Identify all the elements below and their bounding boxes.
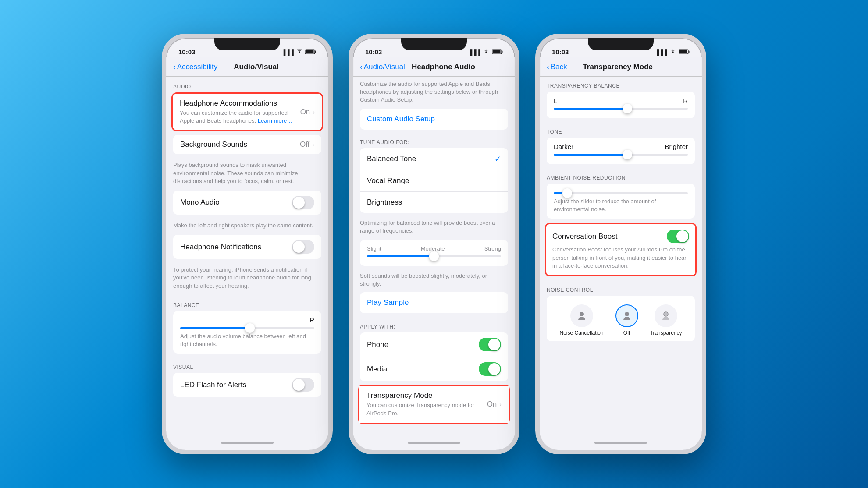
svg-rect-4 — [502, 51, 503, 53]
background-sounds-content: Background Sounds — [180, 140, 300, 149]
play-sample-text[interactable]: Play Sample — [367, 298, 409, 307]
transparency-mode-content: Transparency Mode You can customize Tran… — [366, 391, 487, 417]
strength-slider-track[interactable] — [367, 255, 501, 257]
iphone-1: 10:03 ▐▐▐ ‹ Accessibility Audio/Visual A… — [162, 34, 333, 454]
status-time-3: 10:03 — [552, 48, 569, 56]
balance-left-3: L — [554, 97, 557, 104]
led-flash-knob — [293, 379, 305, 391]
ambient-desc: Adjust the slider to reduce the amount o… — [554, 198, 688, 213]
headphone-accommodations-group: Headphone Accommodations You can customi… — [171, 92, 323, 131]
mono-audio-item: Mono Audio — [173, 191, 321, 215]
apply-media-item: Media — [360, 357, 508, 381]
apply-media-toggle[interactable] — [479, 362, 501, 376]
conversation-boost-toggle[interactable] — [667, 230, 689, 243]
headphone-accommodations-content: Headphone Accommodations You can customi… — [180, 99, 300, 125]
custom-audio-btn[interactable]: Custom Audio Setup — [360, 109, 508, 130]
status-icons-1: ▐▐▐ — [281, 49, 316, 56]
notch-3 — [588, 38, 654, 50]
transparency-balance-thumb[interactable] — [623, 104, 632, 113]
led-flash-toggle[interactable] — [292, 378, 314, 392]
transparency-mode-group: Transparency Mode You can customize Tran… — [358, 385, 510, 424]
strength-slider-thumb[interactable] — [429, 251, 439, 261]
noise-off-label: Off — [623, 330, 630, 336]
status-icons-3: ▐▐▐ — [655, 49, 690, 56]
mono-audio-toggle[interactable] — [292, 196, 314, 209]
ambient-slider-track[interactable] — [554, 192, 688, 194]
background-sounds-item[interactable]: Background Sounds Off › — [173, 135, 321, 154]
strength-strong: Strong — [484, 245, 501, 252]
custom-audio-text[interactable]: Custom Audio Setup — [367, 115, 435, 123]
balance-section-label: BALANCE — [166, 295, 328, 311]
signal-icon-2: ▐▐▐ — [468, 49, 480, 56]
iphone-2: 10:03 ▐▐▐ ‹ Audio/Visual Headphone Audio… — [349, 34, 519, 454]
tune-vocal-range[interactable]: Vocal Range — [360, 170, 508, 192]
settings-list-1: AUDIO Headphone Accommodations You can c… — [166, 77, 328, 397]
learn-more-link[interactable]: Learn more… — [258, 117, 292, 124]
home-indicator-2 — [353, 435, 515, 450]
svg-rect-5 — [493, 50, 501, 53]
balance-right-3: R — [683, 97, 688, 104]
wifi-icon-3 — [669, 49, 676, 56]
noise-cancellation-label: Noise Cancellation — [560, 330, 604, 336]
balance-slider-track[interactable] — [180, 327, 314, 329]
transparency-mode-value: On — [487, 400, 497, 409]
headphone-notifications-desc: To protect your hearing, iPhone sends a … — [166, 262, 328, 295]
headphone-notifications-toggle[interactable] — [292, 240, 314, 254]
tone-section: Darker Brighter — [547, 138, 695, 164]
tone-slider-track[interactable] — [554, 154, 688, 156]
tune-vocal-range-label: Vocal Range — [367, 177, 501, 185]
signal-icon-3: ▐▐▐ — [655, 49, 667, 56]
noise-cancellation-item[interactable]: Noise Cancellation — [560, 304, 604, 336]
balanced-tone-check: ✓ — [494, 154, 501, 164]
tune-audio-label: TUNE AUDIO FOR: — [353, 132, 515, 148]
soft-sounds-text: Soft sounds will be boosted slightly, mo… — [353, 269, 515, 292]
tone-header: TONE — [540, 123, 702, 138]
headphone-accommodations-item[interactable]: Headphone Accommodations You can customi… — [173, 94, 322, 130]
scroll-top-text: Customize the audio for supported Apple … — [353, 77, 515, 109]
back-chevron-2: ‹ — [360, 63, 363, 71]
screen-content-2: Customize the audio for supported Apple … — [353, 77, 515, 435]
apply-phone-toggle[interactable] — [479, 338, 501, 351]
tune-options-group: Balanced Tone ✓ Vocal Range Brightness — [360, 148, 508, 213]
notch-1 — [214, 38, 280, 50]
tune-brightness[interactable]: Brightness — [360, 192, 508, 213]
balance-slider-thumb[interactable] — [245, 323, 255, 333]
headphone-notifications-item: Headphone Notifications — [173, 235, 321, 259]
apply-media-label: Media — [367, 365, 479, 374]
noise-transparency-item[interactable]: Transparency — [650, 304, 682, 336]
strength-section: Slight Moderate Strong — [360, 240, 508, 266]
transparency-mode-item[interactable]: Transparency Mode You can customize Tran… — [359, 386, 509, 422]
tone-slider-thumb[interactable] — [623, 150, 632, 159]
back-chevron-1: ‹ — [173, 63, 176, 71]
headphone-accommodations-chevron: › — [313, 109, 315, 116]
transparency-balance-track[interactable] — [554, 108, 688, 110]
nav-title-3: Transparency Mode — [541, 63, 695, 71]
headphone-accommodations-title: Headphone Accommodations — [180, 99, 300, 108]
noise-off-item[interactable]: Off — [615, 304, 638, 336]
home-bar-2 — [408, 442, 460, 444]
tune-balanced-tone[interactable]: Balanced Tone ✓ — [360, 148, 508, 170]
conversation-boost-title: Conversation Boost — [552, 232, 617, 241]
ambient-slider-thumb[interactable] — [562, 188, 572, 198]
headphone-accommodations-value: On — [300, 108, 310, 117]
nav-title-2: Headphone Audio — [379, 63, 508, 71]
svg-rect-8 — [679, 50, 687, 53]
settings-list-3: TRANSPARENCY BALANCE L R TONE Darker Bri… — [540, 77, 702, 341]
background-sounds-value: Off — [300, 140, 309, 149]
battery-icon-3 — [679, 49, 690, 56]
wifi-icon-2 — [483, 49, 490, 56]
strength-moderate: Moderate — [421, 245, 445, 252]
noise-control-section: Noise Cancellation Off Transparency — [547, 296, 695, 341]
nav-bar-3: ‹ Back Transparency Mode — [540, 57, 702, 77]
transparency-balance-section: L R — [547, 92, 695, 118]
battery-icon-2 — [492, 49, 503, 56]
apply-phone-label: Phone — [367, 340, 479, 349]
play-sample-btn[interactable]: Play Sample — [360, 292, 508, 313]
mono-audio-title: Mono Audio — [180, 198, 292, 207]
status-time-2: 10:03 — [365, 48, 382, 56]
strength-labels: Slight Moderate Strong — [367, 245, 501, 252]
strength-slider-fill — [367, 255, 434, 257]
home-indicator-3 — [540, 435, 702, 450]
mono-audio-knob — [293, 197, 305, 209]
noise-icons-row: Noise Cancellation Off Transparency — [554, 304, 688, 336]
